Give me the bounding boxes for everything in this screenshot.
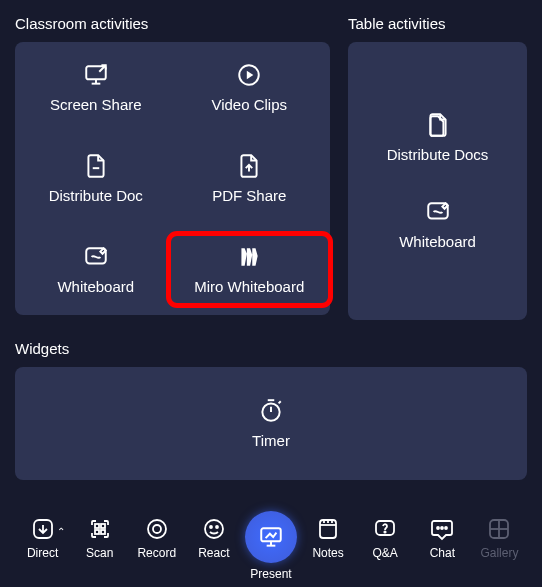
chat-label: Chat [430,546,455,560]
screen-share-label: Screen Share [50,96,142,113]
svg-rect-17 [101,524,105,528]
toolbar-chat[interactable]: Chat [414,515,470,560]
gallery-icon [485,515,513,543]
svg-line-13 [279,401,281,403]
whiteboard-icon [83,244,109,270]
pdf-share-icon [236,153,262,179]
timer-icon [258,398,284,424]
toolbar-record[interactable]: Record [129,515,185,560]
notes-icon [314,515,342,543]
svg-marker-5 [247,71,254,80]
widgets-title: Widgets [15,340,527,357]
present-icon [257,523,285,551]
svg-rect-18 [95,530,99,534]
table-whiteboard-icon [425,199,451,225]
svg-point-37 [445,527,447,529]
scan-icon [86,515,114,543]
record-label: Record [137,546,176,560]
screen-share-activity[interactable]: Screen Share [19,56,173,119]
distribute-docs-label: Distribute Docs [387,146,489,163]
notes-label: Notes [312,546,343,560]
svg-point-34 [385,531,386,532]
table-activities-title: Table activities [348,15,527,32]
direct-label: Direct [27,546,58,560]
toolbar-notes[interactable]: Notes [300,515,356,560]
bottom-toolbar: ⌃ Direct Scan Record React Present Notes [0,503,542,587]
pdf-share-activity[interactable]: PDF Share [173,147,327,210]
distribute-doc-icon [83,153,109,179]
whiteboard-activity[interactable]: Whiteboard [19,238,173,301]
video-clips-icon [236,62,262,88]
timer-widget[interactable]: Timer [248,392,294,455]
classroom-activities-title: Classroom activities [15,15,330,32]
qa-icon [371,515,399,543]
classroom-panel: Screen Share Video Clips Distribute Doc [15,42,330,315]
toolbar-present[interactable]: Present [243,515,299,581]
svg-point-23 [210,526,212,528]
direct-icon [29,515,57,543]
table-whiteboard-label: Whiteboard [399,233,476,250]
scan-label: Scan [86,546,113,560]
chevron-up-icon: ⌃ [57,526,65,537]
svg-point-24 [216,526,218,528]
table-whiteboard-activity[interactable]: Whiteboard [362,193,513,256]
distribute-docs-icon [425,112,451,138]
toolbar-gallery[interactable]: Gallery [471,515,527,560]
timer-label: Timer [252,432,290,449]
whiteboard-label: Whiteboard [57,278,134,295]
svg-rect-8 [86,248,106,263]
svg-point-20 [148,520,166,538]
distribute-docs-activity[interactable]: Distribute Docs [362,106,513,169]
svg-point-35 [437,527,439,529]
gallery-label: Gallery [480,546,518,560]
distribute-doc-activity[interactable]: Distribute Doc [19,147,173,210]
toolbar-scan[interactable]: Scan [72,515,128,560]
qa-label: Q&A [373,546,398,560]
widgets-panel: Timer [15,367,527,480]
toolbar-qa[interactable]: Q&A [357,515,413,560]
video-clips-label: Video Clips [211,96,287,113]
chat-icon [428,515,456,543]
svg-rect-19 [101,530,105,534]
miro-whiteboard-activity[interactable]: Miro Whiteboard [173,238,327,301]
distribute-doc-label: Distribute Doc [49,187,143,204]
svg-point-36 [441,527,443,529]
miro-icon [236,244,262,270]
svg-rect-16 [95,524,99,528]
react-icon [200,515,228,543]
toolbar-direct[interactable]: ⌃ Direct [15,515,71,560]
toolbar-react[interactable]: React [186,515,242,560]
present-label: Present [250,567,291,581]
svg-point-21 [153,525,161,533]
record-icon [143,515,171,543]
screen-share-icon [83,62,109,88]
svg-rect-9 [428,203,448,218]
miro-whiteboard-label: Miro Whiteboard [194,278,304,295]
svg-point-22 [205,520,223,538]
react-label: React [198,546,229,560]
pdf-share-label: PDF Share [212,187,286,204]
table-panel: Distribute Docs Whiteboard [348,42,527,320]
video-clips-activity[interactable]: Video Clips [173,56,327,119]
